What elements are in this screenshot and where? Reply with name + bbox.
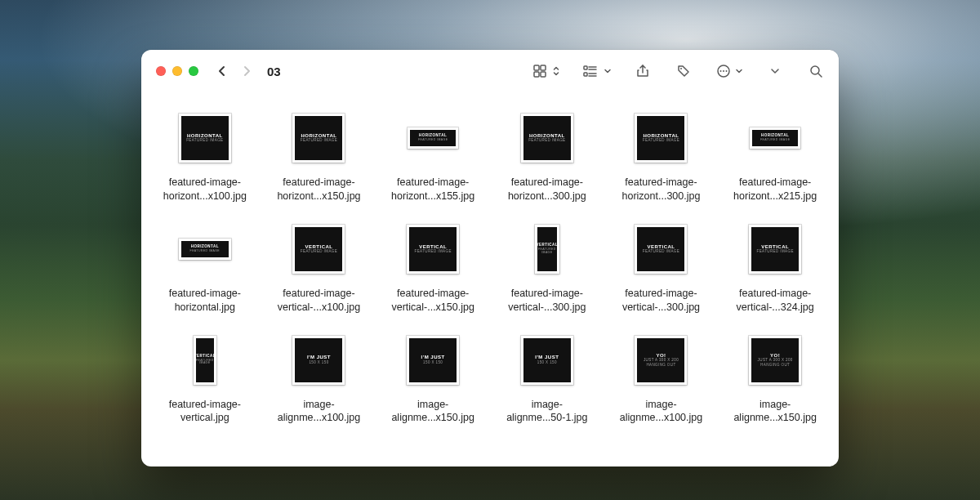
file-name: image-alignme...x150.jpg — [381, 398, 485, 426]
desktop-wallpaper: 03 — [0, 0, 980, 500]
file-name: featured-image-horizont...300.jpg — [608, 176, 713, 203]
group-by-button[interactable] — [581, 60, 613, 83]
action-menu-button[interactable] — [713, 60, 746, 83]
file-thumbnail: HORIZONTALFEATURED IMAGE — [516, 107, 578, 169]
minimize-button[interactable] — [172, 66, 182, 76]
file-thumbnail: HORIZONTALFEATURED IMAGE — [402, 107, 464, 169]
svg-rect-0 — [534, 65, 539, 70]
close-button[interactable] — [156, 66, 166, 76]
file-name: featured-image-vertical.jpg — [153, 398, 257, 426]
thumb-text-line: 150 X 150 — [309, 361, 328, 365]
thumb-text-line: VERTICAL — [194, 355, 216, 359]
nav-forward-button[interactable] — [238, 62, 256, 80]
file-name: featured-image-horizontal.jpg — [153, 287, 257, 315]
thumb-text-line: I'M JUST — [421, 355, 445, 359]
file-item[interactable]: HORIZONTALFEATURED IMAGEfeatured-image-h… — [264, 107, 375, 203]
file-thumbnail: HORIZONTALFEATURED IMAGE — [174, 218, 236, 280]
file-grid: HORIZONTALFEATURED IMAGEfeatured-image-h… — [149, 107, 831, 425]
file-name: featured-image-vertical-...300.jpg — [495, 287, 599, 315]
file-item[interactable]: YO!JUST A 300 X 200HANGING OUTimage-alig… — [719, 329, 831, 426]
thumb-text-line: FEATURED IMAGE — [643, 139, 679, 143]
file-name: image-alignme...x100.jpg — [266, 398, 371, 426]
file-item[interactable]: I'M JUST150 X 150image-alignme...x100.jp… — [264, 329, 375, 426]
thumb-text-line: FEATURED IMAGE — [301, 139, 337, 143]
updown-caret-icon — [552, 65, 560, 77]
file-name: image-alignme...x150.jpg — [723, 398, 827, 426]
thumb-text-line: FEATURED IMAGE — [190, 250, 220, 253]
file-item[interactable]: VERTICALFEATURED IMAGEfeatured-image-ver… — [606, 218, 717, 315]
file-thumbnail: VERTICALFEATURED IMAGE — [287, 218, 350, 280]
file-item[interactable]: YO!JUST A 300 X 200HANGING OUTimage-alig… — [606, 329, 717, 426]
svg-line-17 — [818, 74, 822, 77]
svg-point-13 — [719, 70, 721, 72]
file-item[interactable]: HORIZONTALFEATURED IMAGEfeatured-image-h… — [492, 107, 603, 203]
zoom-button[interactable] — [189, 66, 198, 76]
file-grid-area: HORIZONTALFEATURED IMAGEfeatured-image-h… — [141, 92, 839, 467]
thumb-text-line: HANGING OUT — [646, 364, 675, 368]
tags-button[interactable] — [672, 60, 695, 83]
thumb-text-line: FEATURED IMAGE — [528, 139, 565, 143]
file-item[interactable]: VERTICALFEATURED IMAGEfeatured-image-ver… — [719, 218, 831, 315]
thumb-text-line: 150 X 150 — [537, 361, 557, 365]
file-name: featured-image-horizont...x150.jpg — [266, 176, 371, 203]
thumb-text-line: JUST A 300 X 200 — [758, 359, 793, 363]
thumb-text-line: FEATURED IMAGE — [760, 139, 790, 142]
file-item[interactable]: VERTICALFEATURED IMAGEfeatured-image-ver… — [492, 218, 603, 315]
file-thumbnail: HORIZONTALFEATURED IMAGE — [744, 107, 806, 169]
file-item[interactable]: HORIZONTALFEATURED IMAGEfeatured-image-h… — [149, 218, 261, 315]
window-titlebar: 03 — [141, 50, 839, 92]
thumb-text-line: FEATURED IMAGE — [301, 250, 337, 254]
thumb-text-line: 150 X 150 — [423, 361, 443, 365]
chevron-down-icon — [604, 67, 612, 75]
file-item[interactable]: VERTICALFEATURED IMAGEfeatured-image-ver… — [377, 218, 488, 315]
thumb-text-line: FEATURED IMAGE — [415, 250, 452, 254]
file-thumbnail: I'M JUST150 X 150 — [516, 329, 578, 391]
file-item[interactable]: I'M JUST150 X 150image-alignme...x150.jp… — [377, 329, 488, 426]
thumb-text-line: YO! — [770, 353, 780, 358]
file-item[interactable]: HORIZONTALFEATURED IMAGEfeatured-image-h… — [149, 107, 261, 203]
toolbar-overflow-button[interactable] — [764, 60, 786, 83]
svg-rect-4 — [584, 66, 587, 69]
window-title: 03 — [267, 65, 281, 78]
search-button[interactable] — [804, 60, 827, 83]
file-item[interactable]: HORIZONTALFEATURED IMAGEfeatured-image-h… — [606, 107, 717, 203]
thumb-text-line: FEATURED IMAGE — [418, 139, 448, 142]
file-thumbnail: VERTICALFEATURED IMAGE — [744, 218, 806, 280]
svg-point-15 — [725, 70, 727, 72]
file-thumbnail: I'M JUST150 X 150 — [402, 329, 464, 391]
share-button[interactable] — [631, 60, 654, 83]
svg-point-14 — [723, 70, 724, 72]
nav-back-button[interactable] — [213, 62, 231, 80]
thumb-text-line: I'M JUST — [535, 355, 559, 359]
file-name: featured-image-horizont...x215.jpg — [723, 176, 827, 203]
file-thumbnail: VERTICALFEATURED IMAGE — [630, 218, 692, 280]
file-thumbnail: VERTICALFEATURED IMAGE — [174, 329, 236, 391]
file-item[interactable]: VERTICALFEATURED IMAGEfeatured-image-ver… — [264, 218, 375, 315]
chevron-down-icon — [735, 67, 743, 75]
file-item[interactable]: HORIZONTALFEATURED IMAGEfeatured-image-h… — [377, 107, 488, 203]
svg-point-11 — [680, 68, 682, 69]
file-item[interactable]: I'M JUST150 X 150image-alignme...50-1.jp… — [492, 329, 603, 426]
thumb-text-line: FEATURED IMAGE — [186, 139, 223, 143]
file-thumbnail: HORIZONTALFEATURED IMAGE — [630, 107, 692, 169]
file-name: featured-image-horizont...x155.jpg — [381, 176, 485, 203]
thumb-text-line: JUST A 300 X 200 — [644, 359, 679, 363]
thumb-text-line: FEATURED IMAGE — [196, 359, 214, 365]
file-name: featured-image-horizont...x100.jpg — [153, 176, 257, 203]
file-thumbnail: YO!JUST A 300 X 200HANGING OUT — [744, 329, 806, 391]
file-item[interactable]: HORIZONTALFEATURED IMAGEfeatured-image-h… — [719, 107, 831, 203]
svg-rect-1 — [541, 65, 546, 70]
file-thumbnail: HORIZONTALFEATURED IMAGE — [287, 107, 350, 169]
thumb-text-line: HANGING OUT — [760, 364, 790, 368]
file-name: featured-image-horizont...300.jpg — [495, 176, 599, 203]
file-name: featured-image-vertical-...x150.jpg — [381, 287, 485, 315]
file-thumbnail: I'M JUST150 X 150 — [287, 329, 350, 391]
view-icons-button[interactable] — [530, 60, 563, 83]
thumb-text-line: FEATURED IMAGE — [537, 248, 557, 254]
svg-rect-3 — [541, 72, 546, 77]
file-thumbnail: VERTICALFEATURED IMAGE — [516, 218, 578, 280]
finder-window: 03 — [141, 50, 839, 467]
thumb-text-line: YO! — [656, 353, 666, 358]
file-item[interactable]: VERTICALFEATURED IMAGEfeatured-image-ver… — [149, 329, 261, 426]
file-name: featured-image-vertical-...x100.jpg — [266, 287, 371, 315]
